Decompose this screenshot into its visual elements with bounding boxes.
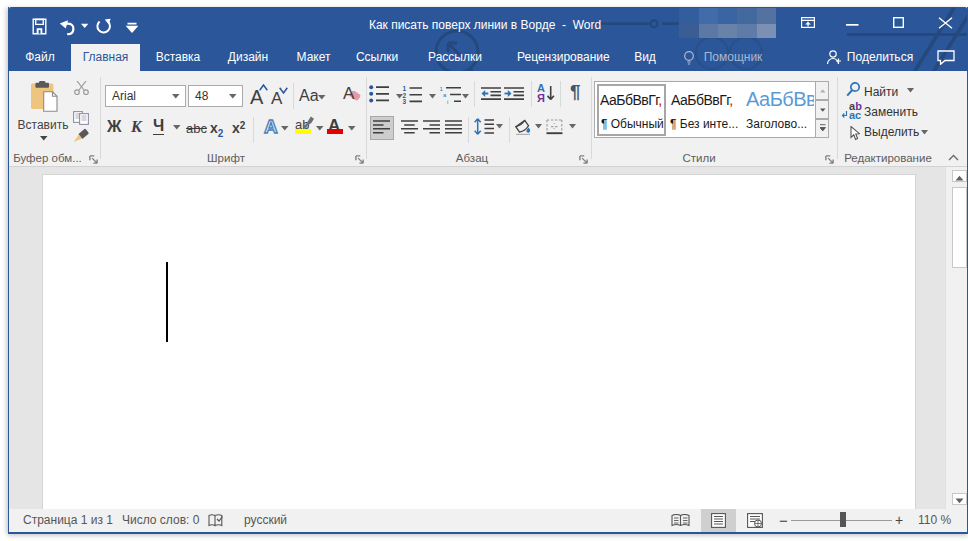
svg-text:3: 3 [403,98,407,104]
svg-text:1: 1 [440,86,444,92]
svg-text:a: a [443,92,447,98]
svg-text:i: i [447,99,448,105]
